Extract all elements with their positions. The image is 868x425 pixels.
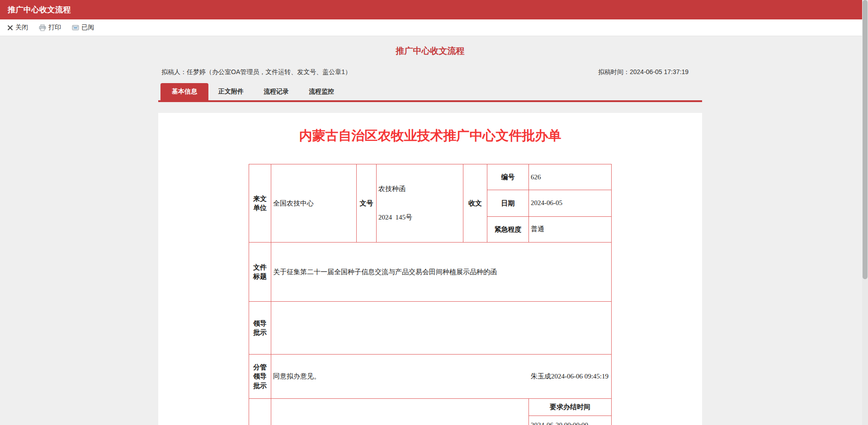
proposal-cell: 呈胡主任阅示、呈朱主任阅示；拟请种业处落实，请粮油处、经作处阅。 刘斌2024-… <box>271 399 529 425</box>
tab-body-attachments[interactable]: 正文附件 <box>208 83 254 100</box>
doc-number-line2: 2024 145号 <box>378 213 461 222</box>
scrollbar-thumb[interactable] <box>863 0 868 279</box>
doc-number-value: 农技种函 2024 145号 <box>377 164 463 243</box>
leader-remarks-value <box>271 302 612 355</box>
source-unit-label: 来文单位 <box>249 164 271 243</box>
proposal-label: 拟办意见 <box>249 399 271 425</box>
leader-remarks-label: 领导批示 <box>249 302 271 355</box>
date-value: 2024-06-05 <box>529 190 612 217</box>
deputy-remarks-label: 分管领导批示 <box>249 355 271 399</box>
required-finish-time-label: 要求办结时间 <box>529 399 612 416</box>
number-label: 编号 <box>487 164 529 190</box>
deputy-remarks-signature: 朱玉成2024-06-06 09:45:19 <box>531 372 609 381</box>
page-title: 推广中心收文流程 <box>158 45 702 57</box>
batch-form-table: 来文单位 全国农技中心 文号 农技种函 2024 145号 收文 编号 626 … <box>249 164 612 425</box>
envelope-icon <box>72 24 79 31</box>
doc-number-label: 文号 <box>357 164 377 243</box>
tabs-bar: 基本信息 正文附件 流程记录 流程监控 <box>158 83 702 102</box>
tab-flow-monitor[interactable]: 流程监控 <box>299 83 344 100</box>
deputy-remarks-value: 同意拟办意见。 <box>273 372 321 381</box>
drafter-info: 拟稿人：任梦婷（办公室OA管理员，文件运转、发文号、盖公章1） <box>161 68 351 76</box>
content-container: 推广中心收文流程 拟稿人：任梦婷（办公室OA管理员，文件运转、发文号、盖公章1）… <box>158 45 702 425</box>
urgency-value: 普通 <box>529 216 612 242</box>
read-button[interactable]: 已阅 <box>72 23 94 32</box>
number-value: 626 <box>529 164 612 190</box>
tab-flow-records[interactable]: 流程记录 <box>254 83 299 100</box>
scrollbar-track[interactable] <box>862 0 868 425</box>
printer-icon <box>39 24 46 31</box>
print-button[interactable]: 打印 <box>39 23 61 32</box>
receive-label: 收文 <box>463 164 487 243</box>
tab-basic-info[interactable]: 基本信息 <box>160 83 208 100</box>
doc-title-value: 关于征集第二十一届全国种子信息交流与产品交易会田间种植展示品种的函 <box>271 243 612 302</box>
window-titlebar: 推广中心收文流程 <box>0 0 868 19</box>
x-icon <box>7 25 13 31</box>
date-label: 日期 <box>487 190 529 217</box>
close-button-label: 关闭 <box>15 23 28 32</box>
urgency-label: 紧急程度 <box>487 216 529 242</box>
print-button-label: 打印 <box>48 23 61 32</box>
required-finish-time-value: 2024-06-20 00:00:00 <box>529 416 612 425</box>
draft-time: 拟稿时间：2024-06-05 17:37:19 <box>598 68 689 76</box>
doc-title-label: 文件标题 <box>249 243 271 302</box>
form-title: 内蒙古自治区农牧业技术推广中心文件批办单 <box>158 113 702 145</box>
window-title: 推广中心收文流程 <box>8 5 71 15</box>
read-button-label: 已阅 <box>81 23 94 32</box>
close-button[interactable]: 关闭 <box>7 23 28 32</box>
source-unit-value: 全国农技中心 <box>271 164 357 243</box>
toolbar: 关闭 打印 已阅 <box>0 19 868 36</box>
basic-info-panel: 内蒙古自治区农牧业技术推广中心文件批办单 来文单位 全国农技中心 文号 农技种函… <box>158 113 702 425</box>
deputy-remarks-cell: 同意拟办意见。 朱玉成2024-06-06 09:45:19 <box>271 355 612 399</box>
draft-meta-row: 拟稿人：任梦婷（办公室OA管理员，文件运转、发文号、盖公章1） 拟稿时间：202… <box>158 68 702 76</box>
doc-number-line1: 农技种函 <box>378 184 461 194</box>
